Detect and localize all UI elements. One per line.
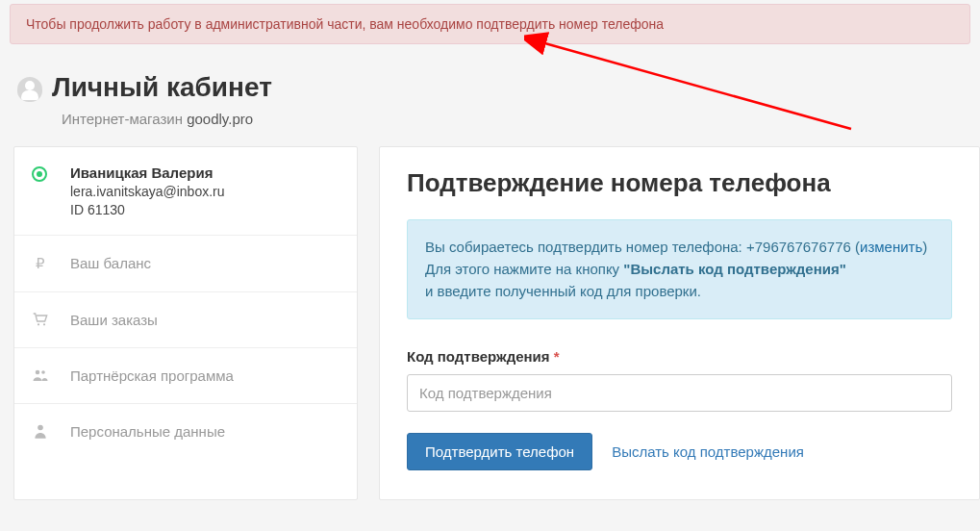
sidebar-user-block: Иваницкая Валерия lera.ivanitskaya@inbox… <box>14 147 357 236</box>
change-phone-link[interactable]: изменить <box>860 239 922 255</box>
avatar-icon <box>17 77 42 102</box>
ruble-icon: ₽ <box>32 255 49 272</box>
main-panel: Подтверждение номера телефона Вы собирае… <box>379 146 980 500</box>
alert-phone-confirm: Чтобы продолжить работу в административн… <box>10 4 970 44</box>
sidebar-item-affiliate[interactable]: Партнёрская программа <box>14 348 357 404</box>
sidebar-item-personal[interactable]: Персональные данные <box>14 404 357 459</box>
required-mark: * <box>554 348 560 365</box>
users-icon <box>32 368 49 382</box>
code-label-text: Код подтверждения <box>407 348 550 365</box>
info-change-close: ) <box>922 239 927 255</box>
user-id: ID 61130 <box>70 202 225 217</box>
svg-point-2 <box>36 370 40 375</box>
subtitle-prefix: Интернет-магазин <box>62 111 187 127</box>
resend-code-link[interactable]: Выслать код подтверждения <box>612 443 804 460</box>
sidebar-item-label: Партнёрская программа <box>70 367 234 384</box>
page-header: Личный кабинет Интернет-магазин goodly.p… <box>0 44 980 146</box>
code-input[interactable] <box>407 374 952 412</box>
person-icon <box>32 423 49 439</box>
sidebar-item-orders[interactable]: Ваши заказы <box>14 292 357 348</box>
sidebar-item-label: Ваш баланс <box>70 255 151 271</box>
shop-name: goodly.pro <box>187 111 253 127</box>
info-line1-prefix: Вы собираетесь подтвердить номер телефон… <box>425 239 746 255</box>
cart-icon <box>32 313 49 326</box>
alert-text: Чтобы продолжить работу в административн… <box>26 16 664 32</box>
sidebar-item-label: Персональные данные <box>70 423 225 440</box>
info-change-open: ( <box>851 239 860 255</box>
page-subtitle: Интернет-магазин goodly.pro <box>62 111 272 127</box>
svg-point-0 <box>38 324 39 326</box>
info-line2-prefix: Для этого нажмите на кнопку <box>425 261 623 277</box>
svg-point-1 <box>43 324 45 326</box>
confirm-phone-button[interactable]: Подтвердить телефон <box>407 433 592 470</box>
sidebar: Иваницкая Валерия lera.ivanitskaya@inbox… <box>13 146 358 500</box>
info-line3: и введите полученный код для проверки. <box>425 280 934 302</box>
sidebar-item-balance[interactable]: ₽ Ваш баланс <box>14 236 357 292</box>
info-line2-bold: "Выслать код подтверждения" <box>623 261 846 277</box>
page-title: Личный кабинет <box>52 73 272 103</box>
info-box: Вы собираетесь подтвердить номер телефон… <box>407 219 952 319</box>
svg-point-3 <box>41 370 45 374</box>
user-email: lera.ivanitskaya@inbox.ru <box>70 184 225 199</box>
info-phone: +796767676776 <box>746 239 851 255</box>
user-name: Иваницкая Валерия <box>70 164 225 181</box>
code-label: Код подтверждения * <box>407 348 952 365</box>
sidebar-item-label: Ваши заказы <box>70 312 158 328</box>
svg-point-4 <box>38 425 43 431</box>
user-online-icon <box>32 166 47 182</box>
main-title: Подтверждение номера телефона <box>407 168 952 198</box>
